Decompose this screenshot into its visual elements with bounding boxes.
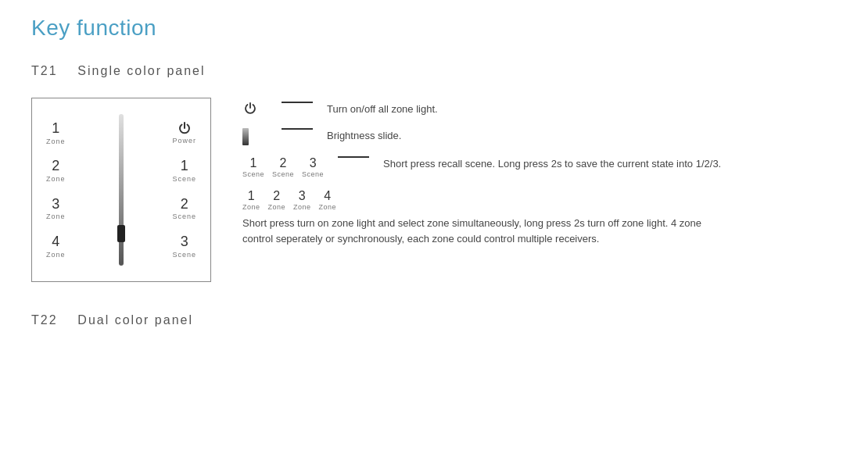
scene-key-2: 2 Scene [272, 156, 294, 178]
brightness-desc-row: Brightness slide. [242, 128, 837, 145]
section-t21-title: T21 Single color panel [31, 64, 837, 78]
descriptions-panel: Turn on/off all zone light. Brightness s… [242, 98, 837, 246]
scene-2-label: 2 Scene [172, 196, 196, 221]
scenes-desc-row: 1 Scene 2 Scene 3 Scene Short press reca… [242, 156, 837, 178]
scenes-line [338, 156, 369, 158]
power-desc-row: Turn on/off all zone light. [242, 102, 837, 117]
scenes-desc-text: Short press recall scene. Long press 2s … [383, 156, 721, 172]
slider-thumb [117, 225, 125, 242]
scene-1-label: 1 Scene [172, 158, 196, 183]
zones-desc-row: 1 Zone 2 Zone 3 Zone 4 Zone [242, 189, 837, 246]
brightness-icon [242, 128, 249, 145]
section-t22: T22 Dual color panel [31, 313, 837, 327]
zone-4-label: 4 Zone [46, 234, 66, 259]
zones-desc-text: Short press turn on zone light and selec… [242, 216, 712, 246]
zone-2-label: 2 Zone [46, 158, 66, 183]
panel-diagram: 1 Zone Power 2 Zone [31, 98, 211, 282]
brightness-desc-text: Brightness slide. [327, 128, 401, 144]
slider-area [116, 114, 127, 266]
zone-key-2: 2 Zone [268, 189, 286, 211]
zone-3-label: 3 Zone [46, 196, 66, 221]
brightness-line [282, 128, 313, 130]
zone-key-4: 4 Zone [319, 189, 337, 211]
section-t21-content: 1 Zone Power 2 Zone [31, 98, 837, 282]
zone-1-label: 1 Zone [46, 120, 66, 145]
page-title: Key function [31, 16, 837, 41]
scene-key-1: 1 Scene [242, 156, 264, 178]
power-line [282, 102, 313, 103]
brightness-desc-icon [242, 128, 267, 145]
power-desc-icon [242, 102, 267, 117]
scene-key-3: 3 Scene [302, 156, 324, 178]
section-t21: T21 Single color panel 1 Zone Power [31, 64, 837, 282]
power-icon [177, 121, 192, 137]
scene-3-label: 3 Scene [172, 234, 196, 259]
zone-keys: 1 Zone 2 Zone 3 Zone 4 Zone [242, 189, 336, 211]
zone-key-1: 1 Zone [242, 189, 260, 211]
scene-keys: 1 Scene 2 Scene 3 Scene [242, 156, 324, 178]
power-desc-svg [242, 102, 258, 117]
slider-track [119, 114, 124, 266]
power-desc-text: Turn on/off all zone light. [327, 102, 438, 117]
power-label: Power [172, 121, 196, 145]
section-t22-title: T22 Dual color panel [31, 313, 837, 327]
zone-key-3: 3 Zone [293, 189, 311, 211]
